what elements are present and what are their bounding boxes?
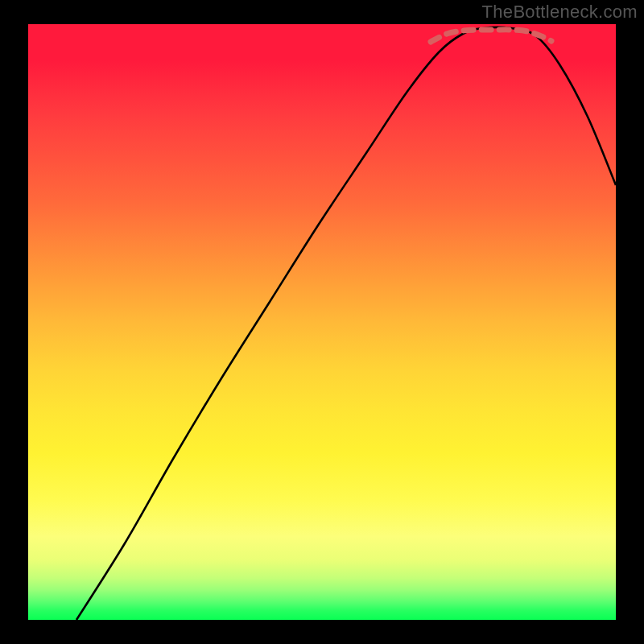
chart-stage: TheBottleneck.com [0, 0, 644, 644]
curve-layer [28, 24, 616, 620]
bottom-accent-path [431, 30, 551, 42]
watermark-text: TheBottleneck.com [482, 2, 638, 23]
main-curve-path [76, 27, 616, 620]
